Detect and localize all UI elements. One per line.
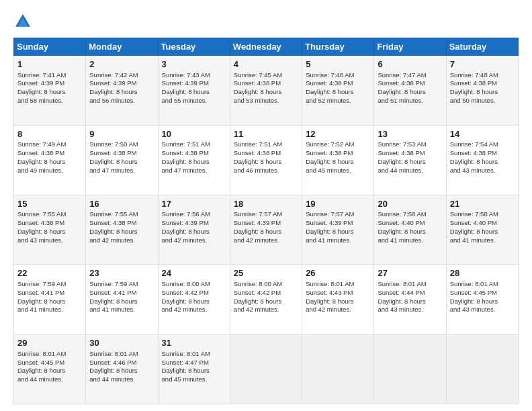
- day-number: 20: [378, 198, 442, 210]
- day-info-line: Sunrise: 7:58 AM: [378, 210, 442, 219]
- day-info-line: Sunrise: 7:58 AM: [450, 210, 515, 219]
- day-info-line: Sunrise: 7:49 AM: [17, 140, 82, 149]
- day-info-line: Sunrise: 7:57 AM: [234, 210, 298, 219]
- day-info-line: Daylight: 8 hours: [450, 298, 515, 306]
- day-info-line: Daylight: 8 hours: [162, 298, 226, 306]
- day-info-line: Sunrise: 7:55 AM: [89, 210, 154, 219]
- header: [13, 12, 519, 31]
- weekday-header-saturday: Saturday: [446, 38, 518, 56]
- calendar-week-2: 8Sunrise: 7:49 AMSunset: 4:38 PMDaylight…: [14, 125, 519, 195]
- weekday-header-wednesday: Wednesday: [230, 38, 302, 56]
- day-info-line: and 46 minutes.: [234, 167, 298, 175]
- day-info-line: and 44 minutes.: [17, 375, 82, 384]
- day-info-line: Sunset: 4:38 PM: [89, 149, 154, 158]
- day-info-line: Sunset: 4:38 PM: [450, 79, 515, 88]
- day-info-line: and 58 minutes.: [17, 97, 82, 105]
- day-info-line: Daylight: 8 hours: [17, 158, 82, 167]
- day-info-line: Sunrise: 8:01 AM: [17, 350, 82, 359]
- day-info-line: and 41 minutes.: [89, 306, 154, 314]
- weekday-header-monday: Monday: [86, 38, 158, 56]
- calendar-cell: 18Sunrise: 7:57 AMSunset: 4:39 PMDayligh…: [230, 195, 302, 265]
- day-info-line: Daylight: 8 hours: [162, 367, 226, 375]
- day-info-line: Daylight: 8 hours: [89, 158, 154, 167]
- day-info-line: Daylight: 8 hours: [234, 228, 298, 236]
- day-number: 24: [162, 267, 226, 279]
- day-number: 17: [162, 198, 226, 210]
- day-number: 21: [450, 198, 515, 210]
- day-info-line: Daylight: 8 hours: [234, 88, 298, 97]
- day-info-line: Sunset: 4:42 PM: [234, 289, 298, 298]
- day-info-line: Sunset: 4:38 PM: [234, 79, 298, 88]
- day-number: 13: [378, 128, 442, 140]
- day-info-line: Sunset: 4:42 PM: [162, 289, 226, 298]
- day-info-line: Sunrise: 7:51 AM: [162, 140, 226, 149]
- calendar-cell: 16Sunrise: 7:55 AMSunset: 4:38 PMDayligh…: [86, 195, 158, 265]
- day-info-line: Daylight: 8 hours: [234, 158, 298, 167]
- weekday-header-friday: Friday: [374, 38, 446, 56]
- day-info-line: Daylight: 8 hours: [162, 158, 226, 167]
- day-info-line: Daylight: 8 hours: [378, 158, 442, 167]
- day-info-line: and 41 minutes.: [17, 306, 82, 314]
- day-info-line: Sunrise: 7:57 AM: [306, 210, 370, 219]
- day-info-line: Sunset: 4:41 PM: [17, 289, 82, 298]
- day-info-line: Sunset: 4:38 PM: [17, 219, 82, 228]
- day-info-line: Sunrise: 7:51 AM: [234, 140, 298, 149]
- day-info-line: Daylight: 8 hours: [306, 228, 370, 236]
- day-number: 7: [450, 58, 515, 71]
- day-number: 1: [17, 58, 82, 71]
- day-number: 26: [306, 267, 370, 279]
- day-info-line: Sunset: 4:41 PM: [89, 289, 154, 298]
- day-info-line: and 44 minutes.: [89, 375, 154, 384]
- calendar-cell: 4Sunrise: 7:45 AMSunset: 4:38 PMDaylight…: [230, 56, 302, 126]
- day-info-line: Daylight: 8 hours: [306, 158, 370, 167]
- day-info-line: Sunrise: 7:43 AM: [162, 71, 226, 80]
- day-number: 31: [162, 337, 226, 349]
- day-number: 25: [234, 267, 298, 279]
- day-info-line: Daylight: 8 hours: [17, 367, 82, 375]
- calendar-week-4: 22Sunrise: 7:59 AMSunset: 4:41 PMDayligh…: [14, 265, 519, 334]
- calendar-week-3: 15Sunrise: 7:55 AMSunset: 4:38 PMDayligh…: [14, 195, 519, 265]
- day-info-line: Sunrise: 8:01 AM: [89, 350, 154, 359]
- day-info-line: and 49 minutes.: [17, 167, 82, 175]
- calendar-cell: 12Sunrise: 7:52 AMSunset: 4:38 PMDayligh…: [302, 125, 374, 195]
- day-info-line: Daylight: 8 hours: [378, 88, 442, 97]
- day-number: 27: [378, 267, 442, 279]
- day-info-line: Sunset: 4:38 PM: [89, 219, 154, 228]
- calendar-cell: 28Sunrise: 8:01 AMSunset: 4:45 PMDayligh…: [446, 265, 518, 334]
- day-number: 22: [17, 267, 82, 279]
- day-info-line: and 43 minutes.: [450, 306, 515, 314]
- day-info-line: Daylight: 8 hours: [17, 88, 82, 97]
- day-info-line: Sunrise: 7:42 AM: [89, 71, 154, 80]
- day-info-line: and 42 minutes.: [234, 236, 298, 245]
- calendar-cell: [374, 334, 446, 404]
- day-info-line: Daylight: 8 hours: [306, 298, 370, 306]
- day-number: 5: [306, 58, 370, 71]
- calendar-cell: 27Sunrise: 8:01 AMSunset: 4:44 PMDayligh…: [374, 265, 446, 334]
- day-number: 2: [89, 58, 154, 71]
- day-info-line: Sunset: 4:40 PM: [378, 219, 442, 228]
- day-info-line: Sunrise: 7:56 AM: [162, 210, 226, 219]
- day-info-line: and 42 minutes.: [162, 306, 226, 314]
- day-info-line: Sunrise: 7:48 AM: [450, 71, 515, 80]
- day-number: 18: [234, 198, 298, 210]
- day-number: 12: [306, 128, 370, 140]
- calendar-cell: 24Sunrise: 8:00 AMSunset: 4:42 PMDayligh…: [158, 265, 230, 334]
- day-info-line: and 44 minutes.: [378, 167, 442, 175]
- calendar-cell: 8Sunrise: 7:49 AMSunset: 4:38 PMDaylight…: [14, 125, 86, 195]
- day-info-line: Sunrise: 8:01 AM: [162, 350, 226, 359]
- calendar-cell: 10Sunrise: 7:51 AMSunset: 4:38 PMDayligh…: [158, 125, 230, 195]
- day-info-line: Sunset: 4:38 PM: [306, 149, 370, 158]
- day-number: 19: [306, 198, 370, 210]
- weekday-header-thursday: Thursday: [302, 38, 374, 56]
- calendar-cell: 1Sunrise: 7:41 AMSunset: 4:39 PMDaylight…: [14, 56, 86, 126]
- day-info-line: and 42 minutes.: [234, 306, 298, 314]
- day-info-line: Sunrise: 7:50 AM: [89, 140, 154, 149]
- day-info-line: Sunrise: 7:45 AM: [234, 71, 298, 80]
- day-info-line: Sunset: 4:43 PM: [306, 289, 370, 298]
- day-info-line: Daylight: 8 hours: [378, 298, 442, 306]
- day-number: 11: [234, 128, 298, 140]
- day-info-line: Sunset: 4:46 PM: [89, 359, 154, 367]
- day-info-line: and 41 minutes.: [378, 236, 442, 245]
- calendar-cell: 30Sunrise: 8:01 AMSunset: 4:46 PMDayligh…: [86, 334, 158, 404]
- calendar-table: SundayMondayTuesdayWednesdayThursdayFrid…: [13, 38, 519, 404]
